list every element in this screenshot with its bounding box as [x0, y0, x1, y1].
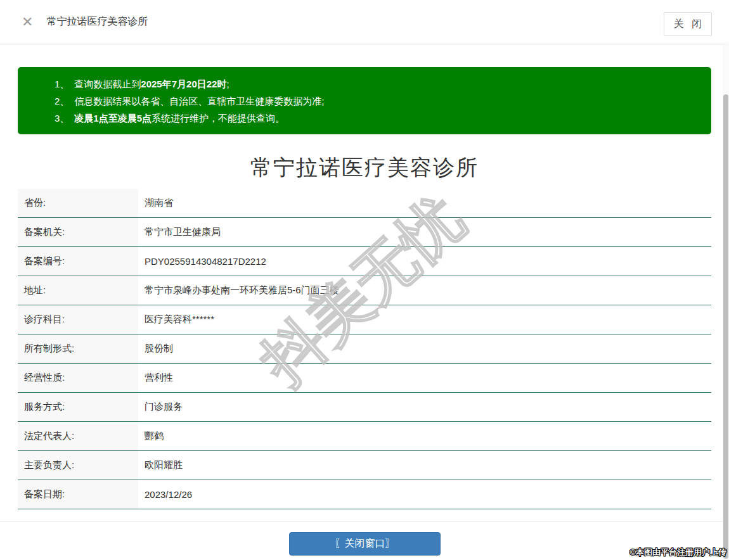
- notice-text: 系统进行维护，不能提供查询。: [152, 113, 285, 124]
- table-row: 备案机关: 常宁市卫生健康局: [18, 218, 711, 247]
- table-row: 法定代表人: 酆鹤: [18, 422, 711, 451]
- close-icon[interactable]: ✕: [22, 15, 33, 29]
- row-label-province: 省份:: [18, 189, 138, 217]
- table-row: 省份: 湖南省: [18, 189, 711, 218]
- row-label-legal-representative: 法定代表人:: [18, 422, 138, 450]
- row-label-service-mode: 服务方式:: [18, 393, 138, 421]
- table-row: 主要负责人: 欧阳耀胜: [18, 451, 711, 480]
- copyright-text: ©本图由平台注册用户上传: [629, 547, 726, 558]
- notice-number: 3、: [55, 113, 74, 124]
- row-label-ownership-form: 所有制形式:: [18, 334, 138, 363]
- scrollbar-thumb[interactable]: [723, 94, 728, 559]
- notice-bold-text: 2025年7月20日22时: [141, 79, 226, 89]
- notice-text: 查询数据截止到: [74, 79, 141, 89]
- table-row: 所有制形式: 股份制: [18, 334, 711, 364]
- row-value-service-mode: 门诊服务: [138, 393, 711, 421]
- row-value-operating-nature: 营利性: [138, 364, 711, 392]
- row-value-address: 常宁市泉峰办事处南一环环美雅居5-6门面三楼: [138, 276, 711, 305]
- notice-bold-text: 凌晨1点至凌晨5点: [74, 113, 152, 124]
- row-value-treatment-subjects: 医疗美容科******: [138, 305, 711, 334]
- row-label-address: 地址:: [18, 276, 138, 305]
- row-value-province: 湖南省: [138, 189, 711, 217]
- notice-line: 3、凌晨1点至凌晨5点系统进行维护，不能提供查询。: [55, 110, 699, 127]
- notice-number: 2、: [55, 96, 74, 106]
- row-label-operating-nature: 经营性质:: [18, 364, 138, 392]
- close-window-button[interactable]: 〖关闭窗口〗: [289, 532, 441, 556]
- table-row: 地址: 常宁市泉峰办事处南一环环美雅居5-6门面三楼: [18, 276, 711, 305]
- table-row: 备案编号: PDY02559143048217D2212: [18, 247, 711, 276]
- table-row: 诊疗科目: 医疗美容科******: [18, 305, 711, 334]
- scrollbar-track: [723, 45, 729, 560]
- row-label-treatment-subjects: 诊疗科目:: [18, 305, 138, 334]
- row-value-filing-date: 2023/12/26: [138, 480, 711, 509]
- footer-separator: [0, 521, 729, 522]
- notice-number: 1、: [55, 79, 74, 89]
- row-value-filing-authority: 常宁市卫生健康局: [138, 218, 711, 246]
- notice-line: 2、信息数据结果以各省、自治区、直辖市卫生健康委数据为准;: [55, 92, 699, 110]
- row-label-principal-person: 主要负责人:: [18, 451, 138, 480]
- notice-line: 1、查询数据截止到2025年7月20日22时;: [55, 75, 699, 92]
- notice-text: ;: [226, 79, 229, 89]
- clinic-title: 常宁拉诺医疗美容诊所: [0, 153, 729, 182]
- table-row: 服务方式: 门诊服务: [18, 393, 711, 422]
- row-value-ownership-form: 股份制: [138, 334, 711, 363]
- notice-box: 1、查询数据截止到2025年7月20日22时; 2、信息数据结果以各省、自治区、…: [18, 67, 711, 134]
- row-label-filing-date: 备案日期:: [18, 480, 138, 509]
- row-value-legal-representative: 酆鹤: [138, 422, 711, 450]
- table-row: 备案日期: 2023/12/26: [18, 480, 711, 509]
- table-row: 经营性质: 营利性: [18, 364, 711, 393]
- row-label-filing-authority: 备案机关:: [18, 218, 138, 246]
- row-label-filing-number: 备案编号:: [18, 247, 138, 276]
- header: ✕ 常宁拉诺医疗美容诊所 关 闭: [0, 0, 729, 44]
- detail-table: 省份: 湖南省 备案机关: 常宁市卫生健康局 备案编号: PDY02559143…: [18, 189, 711, 509]
- row-value-filing-number: PDY02559143048217D2212: [138, 247, 711, 276]
- row-value-principal-person: 欧阳耀胜: [138, 451, 711, 480]
- header-title: 常宁拉诺医疗美容诊所: [46, 15, 148, 29]
- close-button[interactable]: 关 闭: [664, 12, 712, 36]
- notice-text: 信息数据结果以各省、自治区、直辖市卫生健康委数据为准;: [74, 96, 324, 106]
